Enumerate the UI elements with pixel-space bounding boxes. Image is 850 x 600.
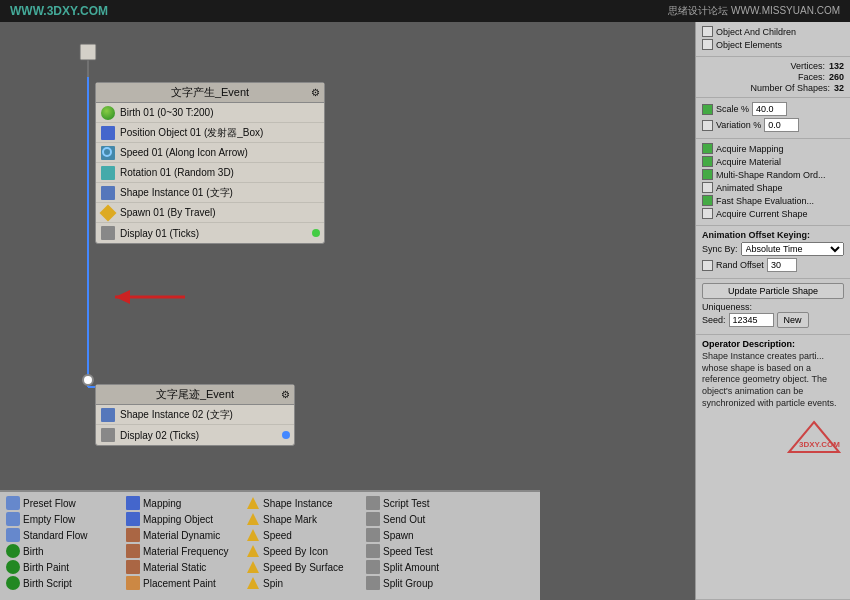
birth-script-icon: [6, 576, 20, 590]
toolbar-shape-instance[interactable]: Shape Instance: [246, 496, 354, 510]
acq-mapping-checkbox[interactable]: [702, 143, 713, 154]
toolbar-col-3: Shape Instance Shape Mark Speed: [240, 492, 360, 600]
multi-shape-label: Multi-Shape Random Ord...: [716, 170, 826, 180]
toolbar-material-freq[interactable]: Material Frequency: [126, 544, 234, 558]
spin-label: Spin: [263, 578, 283, 589]
placement-label: Placement Paint: [143, 578, 216, 589]
fast-shape-checkbox[interactable]: [702, 195, 713, 206]
node2-gear-icon[interactable]: ⚙: [281, 389, 290, 400]
toolbar-birth-script[interactable]: Birth Script: [6, 576, 114, 590]
multi-shape-checkbox[interactable]: [702, 169, 713, 180]
spin-icon: [246, 576, 260, 590]
node2-row-shape[interactable]: Shape Instance 02 (文字): [96, 405, 294, 425]
toolbar-send-out[interactable]: Send Out: [366, 512, 474, 526]
bottom-toolbar: Preset Flow Empty Flow Standard Flow Bir…: [0, 490, 540, 600]
rp-fast-shape[interactable]: Fast Shape Evaluation...: [702, 195, 844, 206]
node-row-birth[interactable]: Birth 01 (0~30 T:200): [96, 103, 324, 123]
acq-current-checkbox[interactable]: [702, 208, 713, 219]
speed-icon-tb: [246, 544, 260, 558]
svg-marker-11: [247, 545, 259, 557]
svg-text:3DXY.COM: 3DXY.COM: [799, 440, 840, 449]
node-row-shape-instance[interactable]: Shape Instance 01 (文字): [96, 183, 324, 203]
toolbar-col-4: Script Test Send Out Spawn Speed Test Sp…: [360, 492, 480, 600]
toolbar-empty-flow[interactable]: Empty Flow: [6, 512, 114, 526]
toolbar-spawn-tb[interactable]: Spawn: [366, 528, 474, 542]
scale-checkbox[interactable]: [702, 104, 713, 115]
toolbar-speed-surface[interactable]: Speed By Surface: [246, 560, 354, 574]
rp-acq-material[interactable]: Acquire Material: [702, 156, 844, 167]
rand-input[interactable]: [767, 258, 797, 272]
toolbar-speed-tb[interactable]: Speed: [246, 528, 354, 542]
svg-marker-13: [247, 577, 259, 589]
acq-material-checkbox[interactable]: [702, 156, 713, 167]
rp-multi-shape[interactable]: Multi-Shape Random Ord...: [702, 169, 844, 180]
toolbar-split-amount[interactable]: Split Amount: [366, 560, 474, 574]
event-node-1[interactable]: 文字产生_Event ⚙ Birth 01 (0~30 T:200) Posit…: [95, 82, 325, 244]
speed-test-icon: [366, 544, 380, 558]
node-row-speed[interactable]: Speed 01 (Along Icon Arrow): [96, 143, 324, 163]
canvas-area[interactable]: 文字产生_Event ⚙ Birth 01 (0~30 T:200) Posit…: [0, 22, 695, 600]
toolbar-material-static[interactable]: Material Static: [126, 560, 234, 574]
toolbar-birth-paint[interactable]: Birth Paint: [6, 560, 114, 574]
mat-dyn-icon: [126, 528, 140, 542]
rp-seed-row: Seed: New: [702, 312, 844, 328]
birth-icon: [100, 105, 116, 121]
variation-checkbox[interactable]: [702, 120, 713, 131]
shape-inst-label: Shape Instance: [263, 498, 333, 509]
rp-acq-current[interactable]: Acquire Current Shape: [702, 208, 844, 219]
event-node-2[interactable]: 文字尾迹_Event ⚙ Shape Instance 02 (文字) Disp…: [95, 384, 295, 446]
rp-scale-row[interactable]: Scale %: [702, 102, 844, 116]
speed-icon-label: Speed By Icon: [263, 546, 328, 557]
svg-marker-10: [247, 529, 259, 541]
node-row-position[interactable]: Position Object 01 (发射器_Box): [96, 123, 324, 143]
rp-animated-shape[interactable]: Animated Shape: [702, 182, 844, 193]
spawn-label: Spawn: [383, 530, 414, 541]
variation-label: Variation %: [716, 120, 761, 130]
node1-gear-icon[interactable]: ⚙: [311, 87, 320, 98]
top-bar: WWW.3DXY.COM 思绪设计论坛 WWW.MISSYUAN.COM: [0, 0, 850, 22]
display1-dot: [312, 229, 320, 237]
toolbar-mapping-object[interactable]: Mapping Object: [126, 512, 234, 526]
toolbar-material-dynamic[interactable]: Material Dynamic: [126, 528, 234, 542]
rp-stats-section: Vertices: 132 Faces: 260 Number Of Shape…: [696, 57, 850, 98]
rp-obj-elements[interactable]: Object Elements: [702, 39, 844, 50]
node-row-display1[interactable]: Display 01 (Ticks): [96, 223, 324, 243]
sync-select[interactable]: Absolute Time: [741, 242, 844, 256]
toolbar-preset-flow[interactable]: Preset Flow: [6, 496, 114, 510]
toolbar-shape-mark[interactable]: Shape Mark: [246, 512, 354, 526]
toolbar-speed-test[interactable]: Speed Test: [366, 544, 474, 558]
node2-row-display[interactable]: Display 02 (Ticks): [96, 425, 294, 445]
rp-obj-children-checkbox[interactable]: [702, 26, 713, 37]
variation-input[interactable]: [764, 118, 799, 132]
toolbar-mapping[interactable]: Mapping: [126, 496, 234, 510]
toolbar-split-group[interactable]: Split Group: [366, 576, 474, 590]
node-row-rotation[interactable]: Rotation 01 (Random 3D): [96, 163, 324, 183]
rp-obj-children[interactable]: Object And Children: [702, 26, 844, 37]
shapes-label: Number Of Shapes:: [750, 83, 830, 93]
toolbar-speed-icon[interactable]: Speed By Icon: [246, 544, 354, 558]
svg-rect-5: [80, 44, 96, 60]
spawn-tb-icon: [366, 528, 380, 542]
shape-mark-icon: [246, 512, 260, 526]
toolbar-script-test[interactable]: Script Test: [366, 496, 474, 510]
animated-shape-checkbox[interactable]: [702, 182, 713, 193]
rotation-icon: [100, 165, 116, 181]
shape-instance-label: Shape Instance 01 (文字): [120, 186, 320, 200]
rp-variation-row[interactable]: Variation %: [702, 118, 844, 132]
update-particle-button[interactable]: Update Particle Shape: [702, 283, 844, 299]
rp-obj-elements-checkbox[interactable]: [702, 39, 713, 50]
toolbar-spin[interactable]: Spin: [246, 576, 354, 590]
rand-offset-checkbox[interactable]: [702, 260, 713, 271]
rp-object-section: Object And Children Object Elements: [696, 22, 850, 57]
new-seed-button[interactable]: New: [777, 312, 809, 328]
shape-mark-label: Shape Mark: [263, 514, 317, 525]
node-row-spawn[interactable]: Spawn 01 (By Travel): [96, 203, 324, 223]
scale-input[interactable]: [752, 102, 787, 116]
site-logo-left: WWW.3DXY.COM: [10, 4, 108, 18]
toolbar-placement-paint[interactable]: Placement Paint: [126, 576, 234, 590]
rp-acq-mapping[interactable]: Acquire Mapping: [702, 143, 844, 154]
toolbar-birth[interactable]: Birth: [6, 544, 114, 558]
toolbar-standard-flow[interactable]: Standard Flow: [6, 528, 114, 542]
anim-section-title: Animation Offset Keying:: [702, 230, 844, 240]
seed-input[interactable]: [729, 313, 774, 327]
